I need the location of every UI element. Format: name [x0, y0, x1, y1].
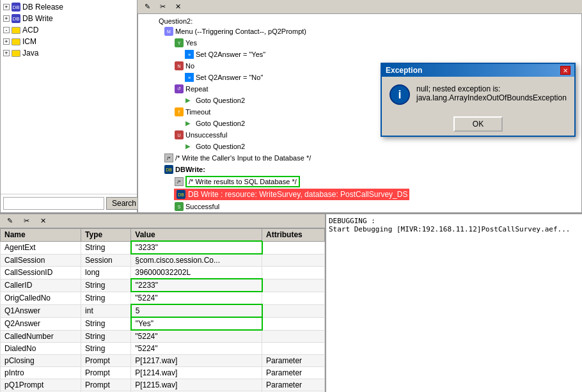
table-row: pClosingPromptP[1217.wav]Parameter: [1, 355, 325, 367]
goto2-icon: [184, 118, 194, 129]
dbwrite-label-icon: DB: [164, 164, 174, 175]
no-icon: N: [174, 61, 184, 71]
tree-item-db-release[interactable]: + DB DB Release: [2, 1, 136, 13]
flow-label-successful: Successful: [185, 203, 219, 210]
expand-db-release[interactable]: +: [3, 4, 10, 10]
dialog-message: null; nested exception is: java.lang.Arr…: [416, 84, 567, 102]
cell-attributes: Parameter: [262, 367, 325, 379]
cell-attributes: Parameter: [262, 355, 325, 367]
cell-value: "3233": [131, 241, 262, 254]
dialog-message-line2: java.lang.ArrayIndexOutOfBoundsException: [416, 93, 567, 102]
tree-item-acd[interactable]: - ACD: [2, 24, 136, 36]
cell-name: Q1Answer: [1, 304, 81, 317]
flow-item-goto3: Goto Question2: [141, 141, 579, 152]
cell-attributes: [262, 343, 325, 355]
table-row: CallerIDString"2233": [1, 279, 325, 292]
cell-type: long: [81, 267, 131, 279]
icm-folder-icon: [11, 36, 21, 47]
cell-value: "5224": [131, 292, 262, 304]
cell-type: Session: [81, 254, 131, 267]
cell-value: P[1214.wav]: [131, 367, 262, 379]
flow-label-repeat: Repeat: [185, 85, 208, 93]
debug-output-panel: DEBUGGING : Start Debugging [MIVR:192.16…: [326, 214, 582, 392]
bottom-toolbar: ✎ ✂ ✕: [0, 214, 325, 228]
tb-cut-btn[interactable]: ✂: [19, 216, 33, 227]
dbwrite-highlight-icon: DB: [176, 189, 186, 200]
cell-type: Prompt: [81, 379, 131, 391]
cell-value: "Yes": [131, 317, 262, 330]
flow-label-unsuccessful: Unsuccessful: [185, 131, 227, 139]
flow-label-comment-highlight: /* Write results to SQL Database */: [185, 176, 300, 187]
dialog-info-icon: i: [389, 84, 410, 105]
search-input[interactable]: [3, 197, 104, 210]
toolbar-cut-btn[interactable]: ✂: [155, 1, 169, 13]
variables-panel: ✎ ✂ ✕ Name Type Value Attributes Age: [0, 214, 326, 392]
expand-db-write[interactable]: +: [3, 15, 10, 22]
tree-item-icm[interactable]: + ICM: [2, 36, 136, 47]
menu-icon: M: [164, 26, 174, 36]
search-button[interactable]: Search: [106, 197, 142, 210]
toolbar-edit-btn[interactable]: ✎: [140, 1, 154, 13]
bottom-section: ✎ ✂ ✕ Name Type Value Attributes Age: [0, 213, 582, 392]
flow-item-dbwrite-highlight: DB DB Write : resource: WriteSurvey, dat…: [141, 188, 579, 201]
cell-attributes: [262, 279, 325, 292]
expand-java[interactable]: +: [3, 50, 10, 56]
left-panel-tree: + DB DB Release + DB DB Write - ACD +: [1, 0, 137, 194]
flow-label-no: No: [185, 62, 194, 70]
col-name: Name: [1, 229, 81, 242]
tree-label-java: Java: [22, 49, 38, 58]
dialog-close-button[interactable]: ✕: [560, 66, 570, 75]
vars-scroll[interactable]: Name Type Value Attributes AgentExtStrin…: [0, 228, 325, 392]
dialog-title: Exception: [386, 66, 422, 75]
successful-icon: S: [174, 201, 184, 212]
flow-item-comment1: /* /* Write the Caller's Input to the Da…: [141, 152, 579, 164]
tree-label-db-write: DB Write: [22, 14, 53, 23]
main-container: + DB DB Release + DB DB Write - ACD +: [0, 0, 582, 392]
flow-label-yes: Yes: [185, 39, 197, 47]
dialog-body: i null; nested exception is: java.lang.A…: [382, 77, 574, 113]
flow-item-dbwrite-label: DB DBWrite:: [141, 164, 579, 175]
cell-type: String: [81, 317, 131, 330]
flow-label-set-no: Set Q2Answer = "No": [196, 74, 263, 81]
acd-folder-icon: [11, 25, 21, 35]
cell-name: CallSessionID: [1, 267, 81, 279]
flow-label-dbwrite-highlight: DB DB Write : resource: WriteSurvey, dat…: [174, 189, 409, 200]
db-release-icon: DB: [11, 2, 21, 12]
expand-acd[interactable]: -: [3, 27, 10, 33]
cell-value: 396000032202L: [131, 267, 262, 279]
cell-name: OrigCalledNo: [1, 292, 81, 304]
cell-attributes: [262, 317, 325, 330]
flow-label-question2: Question2:: [159, 17, 193, 25]
flow-toolbar: ✎ ✂ ✕: [138, 0, 582, 14]
set-no-icon: ≡: [184, 72, 194, 82]
table-row: pQ1PromptPromptP[1215.wav]Parameter: [1, 379, 325, 391]
tree-item-db-write[interactable]: + DB DB Write: [2, 13, 136, 24]
cell-name: pIntro: [1, 367, 81, 379]
cell-value: "5224": [131, 330, 262, 343]
tree-item-java[interactable]: + Java: [2, 47, 136, 59]
cell-type: Prompt: [81, 367, 131, 379]
cell-type: String: [81, 330, 131, 343]
table-row: AgentExtString"3233": [1, 241, 325, 254]
cell-value: "2233": [131, 279, 262, 292]
set-yes-icon: ≡: [184, 49, 194, 59]
tb-pencil-btn[interactable]: ✎: [3, 216, 17, 227]
flow-label-dbwrite: DBWrite:: [175, 166, 205, 173]
dialog-message-line1: null; nested exception is:: [416, 84, 567, 93]
table-row: CallSessionIDlong396000032202L: [1, 267, 325, 279]
dialog-ok-button[interactable]: OK: [453, 116, 503, 132]
toolbar-close-btn[interactable]: ✕: [171, 1, 185, 13]
cell-type: String: [81, 343, 131, 355]
expand-icm[interactable]: +: [3, 38, 10, 45]
tb-x-btn[interactable]: ✕: [36, 216, 50, 227]
cell-attributes: [262, 304, 325, 317]
cell-type: String: [81, 292, 131, 304]
col-attributes: Attributes: [262, 229, 325, 242]
debug-label: DEBUGGING :: [329, 217, 579, 225]
flow-item-successful: S Successful: [141, 201, 579, 212]
cell-attributes: [262, 292, 325, 304]
flow-item-menu: M Menu (--Triggering Contact--, pQ2Promp…: [141, 26, 579, 37]
comment1-icon: /*: [164, 153, 174, 163]
flow-label-goto2: Goto Question2: [196, 120, 245, 127]
cell-name: pClosing: [1, 355, 81, 367]
